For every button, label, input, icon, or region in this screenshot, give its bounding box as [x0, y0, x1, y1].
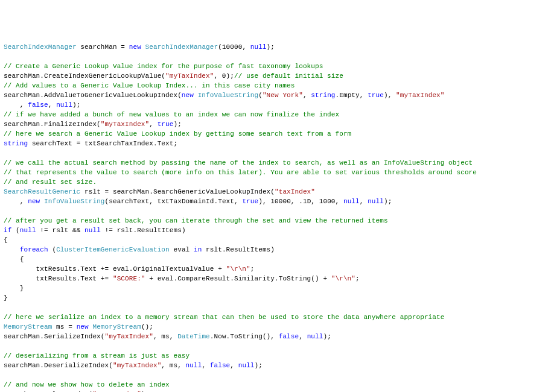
token-text: { [4, 256, 24, 263]
token-keyword: if [4, 227, 11, 234]
token-text: , [230, 362, 238, 369]
token-text: ( [258, 92, 263, 99]
code-block: SearchIndexManager searchMan = new Searc… [4, 42, 547, 392]
token-text: txtResults.Text += [4, 275, 113, 282]
token-text: searchMan.FinalizeIndex( [4, 121, 101, 128]
code-line: } [4, 293, 547, 303]
token-comment: // here we serialize an index to a memor… [4, 314, 444, 321]
code-line: txtResults.Text += eval.OriginalTextualV… [4, 264, 547, 274]
token-text: ); [72, 101, 80, 109]
code-line: // after you get a result set back, you … [4, 216, 547, 226]
token-text: txtResults.Text += eval.OriginalTextualV… [4, 265, 226, 273]
token-type: ClusterItemGenericEvaluation [56, 246, 170, 253]
token-string: "\r\n" [226, 265, 250, 273]
code-line: string searchText = txtSearchTaxIndex.Te… [4, 139, 547, 148]
token-keyword: null [238, 362, 255, 369]
code-line: // here we serialize an index to a memor… [4, 312, 547, 322]
token-text: searchMan.AddValueToGenericValueLookupIn… [4, 92, 182, 99]
token-comment: // if we have added a bunch of new value… [4, 111, 339, 118]
code-line: // and now we show how to delete an inde… [4, 380, 547, 390]
code-line [4, 148, 547, 158]
token-string: "taxIndex" [275, 188, 315, 195]
token-comment: // deserializing from a stream is just a… [4, 352, 190, 359]
token-keyword: in [194, 246, 202, 253]
token-text: , [4, 101, 28, 109]
code-line: { [4, 235, 547, 245]
code-line: searchMan.AddValueToGenericValueLookupIn… [4, 90, 547, 100]
token-string: "myTaxIndex" [101, 121, 149, 128]
token-string: "New York" [263, 92, 303, 99]
token-keyword: null [343, 198, 360, 205]
token-text: rslt = searchMan.SearchGenericValueLooku… [80, 188, 275, 195]
token-type: SearchIndexManager [145, 43, 218, 51]
token-text: ); [173, 121, 181, 128]
code-line: if (null != rslt && null != rslt.ResultI… [4, 226, 547, 235]
code-line: SearchIndexManager searchMan = new Searc… [4, 42, 547, 52]
token-text: , [48, 101, 56, 109]
token-keyword: new [129, 43, 141, 51]
code-line: { [4, 254, 547, 264]
code-line: // Add values to a Generic Value Lookup … [4, 81, 547, 90]
code-line: , new InfoValueString(searchText, txtTax… [4, 197, 547, 206]
code-line: txtResults.Text += "SCORE:" + eval.Compa… [4, 274, 547, 283]
code-line: searchMan.DeserializeIndex("myTaxIndex",… [4, 361, 547, 370]
code-line [4, 52, 547, 62]
code-line: MemoryStream ms = new MemoryStream(); [4, 322, 547, 332]
code-line: searchMan.CreateIndexGenericLookupValue(… [4, 71, 547, 81]
token-string: "\r\n" [331, 275, 355, 282]
token-keyword: false [210, 362, 231, 369]
token-type: MemoryStream [92, 323, 141, 330]
token-string: "SCORE:" [113, 275, 145, 282]
token-text: , [202, 362, 209, 369]
token-text: , 0); [214, 72, 234, 80]
token-text: (searchText, txtTaxDomainId.Text, [105, 198, 243, 205]
token-keyword: string [4, 140, 28, 147]
code-line: // we call the actual search method by p… [4, 158, 547, 168]
token-text: rslt.ResultItems) [202, 246, 275, 253]
token-text: , [4, 198, 28, 205]
token-text: , [303, 92, 311, 99]
code-line: , false, null); [4, 100, 547, 110]
token-keyword: null [20, 227, 36, 234]
token-text: (10000, [218, 43, 250, 51]
token-text [4, 246, 20, 253]
token-keyword: foreach [20, 246, 48, 253]
token-text [194, 92, 198, 99]
token-keyword: null [250, 43, 267, 51]
token-type: InfoValueString [44, 198, 105, 205]
token-text: ); [384, 198, 392, 205]
token-text: ; [250, 265, 255, 273]
token-keyword: null [56, 101, 72, 109]
token-text: .Now.ToString(), [210, 333, 279, 340]
token-keyword: null [368, 198, 384, 205]
token-text: ), 10000, .1D, 1000, [258, 198, 343, 205]
token-text: searchMan.DeserializeIndex( [4, 362, 113, 369]
code-line: // here we search a Generic Value Lookup… [4, 129, 547, 139]
token-keyword: null [307, 333, 323, 340]
token-keyword: new [28, 198, 40, 205]
token-string: "myTaxIndex" [396, 92, 444, 99]
token-string: "myTaxIndex" [105, 333, 153, 340]
code-line: // that represents the value to search (… [4, 168, 547, 177]
token-comment: // use default initial size [234, 72, 343, 80]
code-line: searchMan.DeleteIndex("myTaxIndex"); [4, 390, 547, 392]
token-text: , [299, 333, 307, 340]
token-type: SearchIndexManager [4, 43, 77, 51]
token-string: "myTaxIndex" [113, 362, 161, 369]
token-text: searchMan.CreateIndexGenericLookupValue( [4, 72, 165, 80]
token-text: (); [141, 323, 153, 330]
token-text: ( [11, 227, 19, 234]
token-text: ), [384, 92, 396, 99]
token-text: searchMan.SerializeIndex( [4, 333, 105, 340]
token-keyword: true [158, 121, 174, 128]
code-line [4, 206, 547, 216]
token-text: { [4, 236, 8, 244]
token-text: ms = [52, 323, 76, 330]
token-comment: // and result set size. [4, 179, 97, 186]
token-keyword: false [279, 333, 299, 340]
token-type: DateTime [177, 333, 210, 340]
code-line [4, 303, 547, 312]
token-text: , ms, [161, 362, 185, 369]
token-keyword: new [77, 323, 89, 330]
code-line: searchMan.FinalizeIndex("myTaxIndex", tr… [4, 119, 547, 129]
